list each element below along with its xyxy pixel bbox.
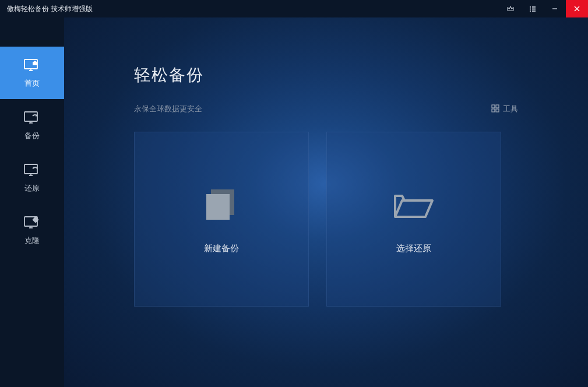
grid-icon — [491, 104, 499, 114]
svg-rect-1 — [532, 6, 536, 8]
svg-rect-15 — [24, 164, 37, 174]
titlebar: 傲梅轻松备份 技术师增强版 — [0, 0, 588, 17]
svg-rect-21 — [32, 216, 38, 223]
svg-rect-12 — [24, 112, 37, 121]
sidebar-item-home[interactable]: 首页 — [0, 47, 64, 99]
svg-rect-23 — [496, 105, 499, 108]
sidebar-item-label: 备份 — [24, 131, 40, 141]
titlebar-controls — [499, 0, 588, 17]
sidebar-item-backup[interactable]: 备份 — [0, 99, 64, 152]
close-button[interactable] — [566, 0, 588, 17]
svg-rect-5 — [532, 10, 536, 12]
svg-rect-0 — [530, 6, 531, 8]
clone-monitor-icon — [23, 214, 41, 231]
svg-rect-2 — [530, 9, 531, 10]
svg-rect-24 — [492, 109, 495, 112]
menu-icon[interactable] — [522, 0, 544, 17]
sidebar-item-restore[interactable]: 还原 — [0, 152, 64, 204]
svg-rect-3 — [532, 9, 536, 10]
card-restore[interactable]: 选择还原 — [326, 132, 501, 307]
card-new-backup[interactable]: 新建备份 — [134, 132, 309, 307]
page-subtitle: 永保全球数据更安全 — [134, 104, 202, 114]
svg-rect-25 — [496, 109, 499, 112]
card-label: 新建备份 — [204, 243, 239, 254]
sidebar: 首页 备份 — [0, 17, 64, 387]
svg-rect-22 — [492, 105, 495, 108]
restore-monitor-icon — [23, 162, 41, 178]
main-content: 轻松备份 永保全球数据更安全 工具 — [64, 17, 588, 387]
backup-monitor-icon — [23, 110, 41, 126]
copy-icon — [198, 185, 245, 226]
crown-icon[interactable] — [499, 0, 522, 17]
folder-open-icon — [390, 185, 437, 226]
sidebar-item-label: 还原 — [24, 183, 40, 194]
sidebar-item-label: 克隆 — [24, 235, 40, 246]
svg-rect-4 — [530, 10, 531, 12]
svg-rect-27 — [206, 194, 230, 220]
page-title: 轻松备份 — [134, 64, 518, 86]
minimize-button[interactable] — [544, 0, 566, 17]
sidebar-item-label: 首页 — [24, 78, 40, 89]
window-title: 傲梅轻松备份 技术师增强版 — [7, 4, 499, 14]
home-monitor-icon — [23, 57, 41, 73]
sidebar-item-clone[interactable]: 克隆 — [0, 204, 64, 256]
tools-link[interactable]: 工具 — [491, 104, 518, 114]
tools-label: 工具 — [503, 104, 518, 114]
card-label: 选择还原 — [396, 243, 431, 254]
